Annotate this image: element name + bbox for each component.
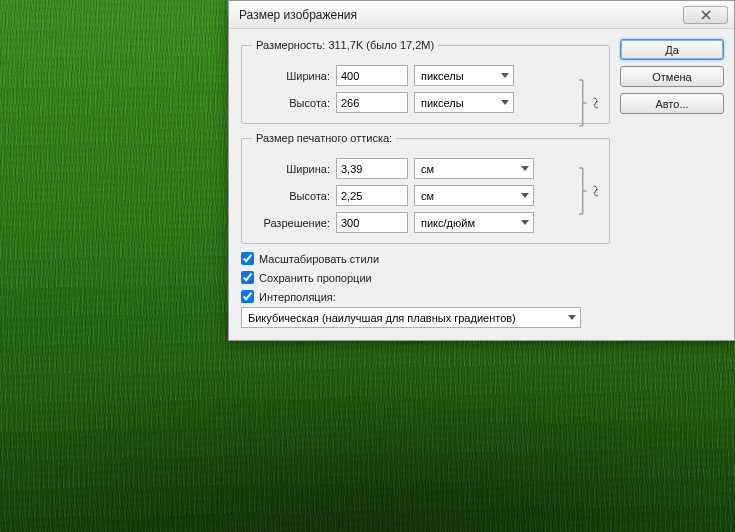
pixel-width-unit-select[interactable]: пикселы bbox=[414, 65, 514, 86]
ok-button[interactable]: Да bbox=[620, 39, 724, 60]
scale-styles-checkbox[interactable] bbox=[241, 252, 254, 265]
resolution-input[interactable] bbox=[336, 212, 408, 233]
doc-height-label: Высота: bbox=[252, 190, 330, 202]
doc-height-input[interactable] bbox=[336, 185, 408, 206]
auto-button[interactable]: Авто... bbox=[620, 93, 724, 114]
select-value: см bbox=[421, 190, 515, 202]
interpolation-method-select[interactable]: Бикубическая (наилучшая для плавных град… bbox=[241, 307, 581, 328]
close-button[interactable] bbox=[683, 6, 728, 24]
constrain-link-doc bbox=[579, 164, 601, 218]
chevron-down-icon bbox=[501, 73, 509, 78]
cancel-button[interactable]: Отмена bbox=[620, 66, 724, 87]
button-label: Авто... bbox=[655, 98, 688, 110]
resample-checkbox[interactable] bbox=[241, 290, 254, 303]
close-icon bbox=[701, 10, 711, 20]
doc-height-unit-select[interactable]: см bbox=[414, 185, 534, 206]
button-label: Да bbox=[665, 44, 679, 56]
button-label: Отмена bbox=[652, 71, 691, 83]
constrain-proportions-checkbox[interactable] bbox=[241, 271, 254, 284]
select-value: пикселы bbox=[421, 70, 495, 82]
chevron-down-icon bbox=[521, 193, 529, 198]
select-value: пикселы bbox=[421, 97, 495, 109]
doc-width-label: Ширина: bbox=[252, 163, 330, 175]
constrain-label: Сохранить пропорции bbox=[259, 272, 372, 284]
constrain-link-pixel bbox=[579, 76, 601, 130]
pixel-width-input[interactable] bbox=[336, 65, 408, 86]
document-size-legend: Размер печатного оттиска: bbox=[252, 132, 396, 144]
chevron-down-icon bbox=[501, 100, 509, 105]
chain-icon bbox=[590, 185, 601, 197]
resolution-label: Разрешение: bbox=[252, 217, 330, 229]
chevron-down-icon bbox=[521, 220, 529, 225]
chain-icon bbox=[590, 97, 601, 109]
document-size-group: Размер печатного оттиска: Ширина: см Выс… bbox=[241, 132, 610, 244]
pixel-dimensions-group: Размерность: 311,7K (было 17,2M) Ширина:… bbox=[241, 39, 610, 124]
dialog-title: Размер изображения bbox=[239, 8, 357, 22]
dialog-titlebar[interactable]: Размер изображения bbox=[229, 1, 734, 29]
chevron-down-icon bbox=[521, 166, 529, 171]
select-value: Бикубическая (наилучшая для плавных град… bbox=[248, 312, 562, 324]
pixel-dimensions-legend: Размерность: 311,7K (было 17,2M) bbox=[252, 39, 438, 51]
pixel-height-unit-select[interactable]: пикселы bbox=[414, 92, 514, 113]
select-value: см bbox=[421, 163, 515, 175]
pixel-height-input[interactable] bbox=[336, 92, 408, 113]
width-label: Ширина: bbox=[252, 70, 330, 82]
resample-label: Интерполяция: bbox=[259, 291, 336, 303]
scale-styles-label: Масштабировать стили bbox=[259, 253, 379, 265]
resolution-unit-select[interactable]: пикс/дюйм bbox=[414, 212, 534, 233]
chevron-down-icon bbox=[568, 315, 576, 320]
image-size-dialog: Размер изображения Размерность: 311,7K (… bbox=[228, 0, 735, 341]
select-value: пикс/дюйм bbox=[421, 217, 515, 229]
doc-width-input[interactable] bbox=[336, 158, 408, 179]
height-label: Высота: bbox=[252, 97, 330, 109]
doc-width-unit-select[interactable]: см bbox=[414, 158, 534, 179]
